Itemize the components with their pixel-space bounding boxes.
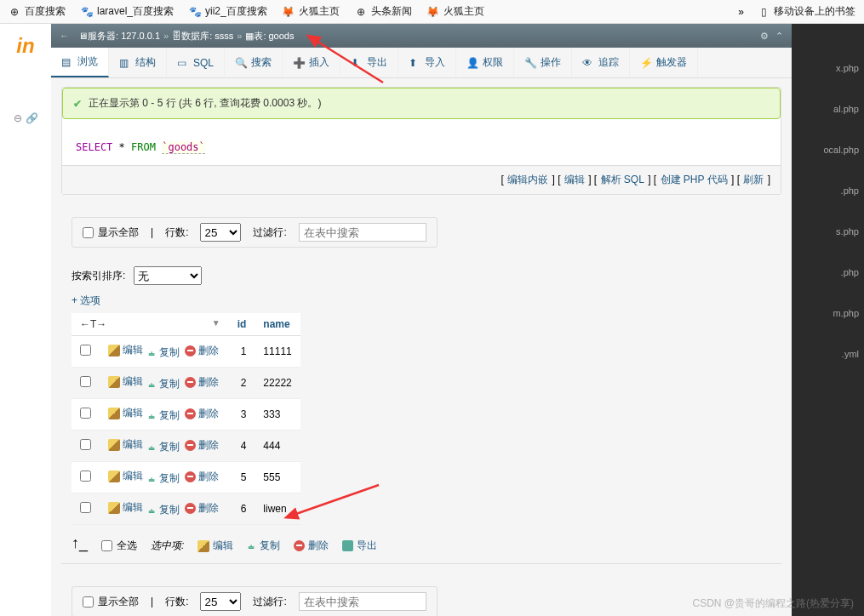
col-id[interactable]: id <box>229 313 255 336</box>
action-explain[interactable]: 解析 SQL <box>601 174 644 185</box>
collapse-icon[interactable]: ← <box>60 31 73 41</box>
row-edit[interactable]: 编辑 <box>108 374 143 389</box>
mobile-bookmarks[interactable]: ▯移动设备上的书签 <box>758 4 855 19</box>
selected-label: 选中项: <box>151 539 184 553</box>
tab-structure[interactable]: ▥结构 <box>109 48 167 77</box>
bookmark-item[interactable]: ⊕头条新闻 <box>355 4 412 19</box>
breadcrumb: ← 🖥 服务器: 127.0.0.1 » 🗄 数据库: ssss » ▦ 表: … <box>51 24 792 48</box>
row-edit[interactable]: 编辑 <box>108 469 143 483</box>
row-delete[interactable]: 删除 <box>185 344 219 358</box>
show-all-checkbox-2[interactable] <box>83 596 94 607</box>
copy-icon: ⫨ <box>147 474 157 484</box>
row-checkbox[interactable] <box>80 376 91 387</box>
row-checkbox[interactable] <box>80 471 91 482</box>
tab-export[interactable]: ⬇导出 <box>340 48 398 77</box>
overflow-icon[interactable]: » <box>738 6 744 18</box>
bulk-export[interactable]: 导出 <box>342 539 377 553</box>
structure-icon: ▥ <box>119 57 131 69</box>
delete-icon <box>185 471 196 482</box>
database-icon: 🗄 <box>172 31 181 41</box>
row-edit[interactable]: 编辑 <box>108 343 143 357</box>
tab-browse[interactable]: ▤浏览 <box>51 48 109 77</box>
privileges-icon: 👤 <box>466 57 478 69</box>
row-copy[interactable]: ⫨复制 <box>147 503 180 517</box>
row-delete[interactable]: 删除 <box>185 501 219 516</box>
row-copy[interactable]: ⫨复制 <box>147 440 180 454</box>
tab-operations[interactable]: 🔧操作 <box>514 48 572 77</box>
filter-input-2[interactable] <box>299 592 426 611</box>
row-delete[interactable]: 删除 <box>185 470 219 484</box>
tracking-icon: 👁 <box>582 57 594 69</box>
row-checkbox[interactable] <box>80 345 91 356</box>
tab-insert[interactable]: ➕插入 <box>283 48 340 77</box>
firefox-icon: 🦊 <box>283 6 295 18</box>
row-checkbox[interactable] <box>80 408 91 419</box>
export-icon: ⬇ <box>351 57 363 69</box>
bookmark-item[interactable]: 🐾laravel_百度搜索 <box>81 4 174 19</box>
row-copy[interactable]: ⫨复制 <box>147 377 180 391</box>
cell-id: 1 <box>229 336 255 368</box>
check-icon: ✔ <box>73 98 82 110</box>
row-checkbox[interactable] <box>80 439 91 450</box>
minus-icon[interactable]: ⊖ <box>14 112 22 124</box>
row-delete[interactable]: 删除 <box>185 407 219 421</box>
show-all-checkbox[interactable] <box>83 227 94 238</box>
bookmark-item[interactable]: 🦊火狐主页 <box>427 4 484 19</box>
row-copy[interactable]: ⫨复制 <box>147 408 180 423</box>
show-all-label: 显示全部 <box>98 225 139 240</box>
rows-select[interactable]: 25 <box>200 223 241 242</box>
action-edit[interactable]: 编辑 <box>564 174 585 185</box>
breadcrumb-database[interactable]: 数据库: ssss <box>181 30 233 43</box>
tab-triggers[interactable]: ⚡触发器 <box>630 48 698 77</box>
edit-icon <box>108 376 120 388</box>
cell-name: 22222 <box>255 368 300 399</box>
edit-icon <box>108 408 120 419</box>
tab-tracking[interactable]: 👁追踪 <box>572 48 630 77</box>
bulk-delete[interactable]: 删除 <box>294 539 329 553</box>
bulk-copy[interactable]: ⫨复制 <box>247 539 280 553</box>
cell-id: 5 <box>229 462 255 493</box>
sort-select[interactable]: 无 <box>134 266 202 285</box>
cell-name: 333 <box>255 399 300 431</box>
row-checkbox[interactable] <box>80 502 91 513</box>
import-icon: ⬆ <box>409 57 421 69</box>
rows-select-2[interactable]: 25 <box>200 592 241 611</box>
sql-query: SELECT * FROM `goods` <box>62 129 781 165</box>
bookmark-item[interactable]: 🦊火狐主页 <box>283 4 340 19</box>
breadcrumb-table[interactable]: 表: goods <box>254 30 294 43</box>
row-copy[interactable]: ⫨复制 <box>147 471 180 486</box>
content-area: ✔ 正在显示第 0 - 5 行 (共 6 行, 查询花费 0.0003 秒。) … <box>51 78 792 616</box>
bookmark-item[interactable]: 🐾yii2_百度搜索 <box>189 4 267 19</box>
tab-import[interactable]: ⬆导入 <box>398 48 456 77</box>
bulk-edit[interactable]: 编辑 <box>197 539 233 553</box>
row-delete[interactable]: 删除 <box>185 438 219 453</box>
gear-icon[interactable]: ⚙ <box>760 31 769 42</box>
tab-search[interactable]: 🔍搜索 <box>225 48 283 77</box>
collapse-up-icon[interactable]: ⌃ <box>775 31 783 42</box>
arrow-up-icon: ↑_ <box>72 534 88 552</box>
row-edit[interactable]: 编辑 <box>108 437 143 452</box>
bookmark-item[interactable]: ⊕百度搜索 <box>9 4 66 19</box>
action-refresh[interactable]: 刷新 <box>743 174 764 185</box>
success-message: ✔ 正在显示第 0 - 5 行 (共 6 行, 查询花费 0.0003 秒。) <box>62 88 781 119</box>
link-icon[interactable]: 🔗 <box>26 112 38 124</box>
options-link[interactable]: + 选项 <box>61 287 781 313</box>
tab-privileges[interactable]: 👤权限 <box>456 48 514 77</box>
action-php[interactable]: 创建 PHP 代码 <box>661 174 728 185</box>
row-delete[interactable]: 删除 <box>185 375 219 390</box>
filter-input[interactable] <box>299 223 426 242</box>
select-all-checkbox[interactable] <box>101 540 112 551</box>
edit-icon <box>108 471 120 482</box>
cell-name: 444 <box>255 431 300 462</box>
sql-icon: ▭ <box>177 57 189 69</box>
row-edit[interactable]: 编辑 <box>108 406 143 420</box>
edit-icon <box>108 502 120 514</box>
baidu-icon: 🐾 <box>81 6 93 18</box>
action-inline-edit[interactable]: 编辑内嵌 <box>507 174 548 185</box>
breadcrumb-server[interactable]: 服务器: 127.0.0.1 <box>88 30 160 43</box>
tab-sql[interactable]: ▭SQL <box>167 48 225 77</box>
col-name[interactable]: name <box>255 313 300 336</box>
watermark: CSDN @贵哥的编程之路(热爱分享) <box>692 596 854 611</box>
row-edit[interactable]: 编辑 <box>108 500 143 515</box>
row-copy[interactable]: ⫨复制 <box>147 345 180 360</box>
